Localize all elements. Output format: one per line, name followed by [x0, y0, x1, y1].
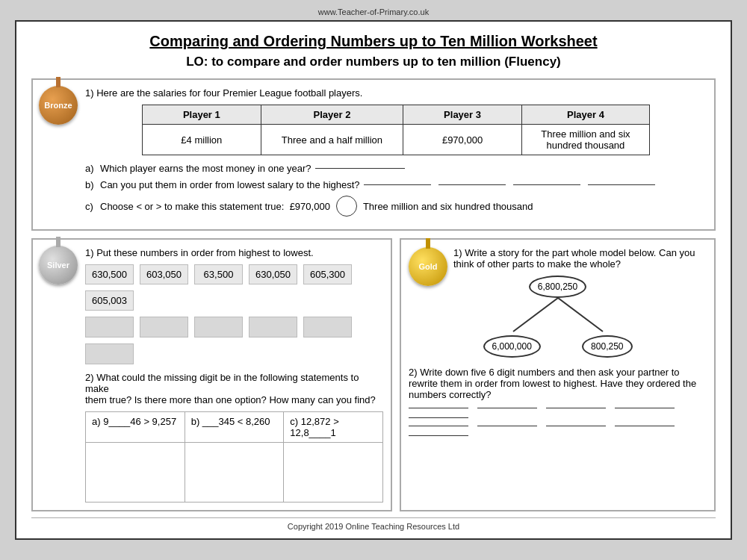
statements-table: a) 9____46 > 9,257 b) ___345 < 8,260 c) … [85, 411, 383, 503]
num-box-4: 605,300 [303, 264, 352, 284]
num-box-5: 605,003 [85, 290, 134, 311]
qa-text: Which player earns the most money in one… [100, 163, 311, 174]
num-box-1: 603,050 [140, 264, 188, 284]
stmt-c-header: c) 12,872 > 12,8____1 [284, 412, 383, 443]
pwm-total: 6,800,250 [529, 276, 586, 298]
number-boxes: 630,500 603,050 63,500 630,050 605,300 6… [85, 264, 383, 311]
pwm-right: 800,250 [582, 335, 632, 358]
num-box-0: 630,500 [85, 264, 134, 284]
gold-line-4[interactable] [615, 408, 675, 408]
pwm-left: 6,000,000 [483, 335, 541, 358]
gold-line-7[interactable] [477, 426, 537, 426]
qc-value: £970,000 [290, 201, 330, 212]
qb-text: Can you put them in order from lowest sa… [100, 179, 360, 190]
qb-answer3[interactable] [513, 184, 580, 185]
gold-line-5[interactable] [409, 417, 468, 418]
player2-value: Three and a half million [261, 125, 403, 155]
gold-line-10[interactable] [409, 435, 468, 436]
part-whole-model: 6,800,250 6,000,000 800,250 [409, 276, 707, 358]
bronze-medal: Bronze [39, 86, 78, 125]
comparison-circle[interactable] [336, 196, 357, 217]
main-title: Comparing and Ordering Numbers up to Ten… [31, 33, 716, 50]
pwm-top-node: 6,800,250 [529, 276, 586, 298]
stmt-b-header: b) ___345 < 8,260 [185, 412, 284, 443]
answer-box-5[interactable] [85, 343, 134, 364]
answer-boxes [85, 317, 383, 364]
silver-q1-text: 1) Put these numbers in order from highe… [85, 247, 383, 258]
question-a: a) Which player earns the most money in … [85, 163, 707, 174]
gold-q1-text: 1) Write a story for the part whole mode… [453, 247, 707, 270]
answer-box-3[interactable] [249, 317, 297, 337]
gold-line-8[interactable] [546, 426, 606, 426]
gold-q2-text: 2) Write down five 6 digit numbers and t… [409, 367, 707, 400]
qb-answer1[interactable] [364, 184, 431, 185]
player4-header: Player 4 [521, 105, 649, 125]
player3-value: £970,000 [403, 125, 522, 155]
silver-section: Silver 1) Put these numbers in order fro… [31, 238, 392, 511]
silver-medal: Silver [39, 246, 78, 284]
gold-line-2[interactable] [477, 408, 537, 408]
qa-answer[interactable] [315, 168, 405, 169]
worksheet: Comparing and Ordering Numbers up to Ten… [15, 20, 732, 540]
answer-box-0[interactable] [85, 317, 134, 337]
silver-q2-intro: 2) What could the missing digit be in th… [85, 372, 383, 405]
bronze-intro: 1) Here are the salaries for four Premie… [85, 87, 707, 99]
lo-title: LO: to compare and order numbers up to t… [31, 55, 716, 69]
footer: Copyright 2019 Online Teaching Resources… [31, 517, 716, 531]
question-c: c) Choose < or > to make this statement … [85, 196, 707, 217]
qb-answer2[interactable] [438, 184, 506, 185]
qc-text: Choose < or > to make this statement tru… [100, 201, 284, 212]
gold-answer-lines-2 [409, 426, 707, 436]
qc-label: c) [85, 201, 100, 212]
pwm-lines-svg [483, 298, 633, 335]
gold-section: Gold 1) Write a story for the part whole… [400, 238, 716, 511]
gold-line-3[interactable] [546, 408, 606, 408]
gold-line-9[interactable] [615, 426, 675, 426]
num-box-2: 63,500 [194, 264, 243, 284]
svg-line-0 [513, 298, 558, 332]
answer-box-4[interactable] [303, 317, 352, 337]
gold-line-6[interactable] [409, 426, 468, 426]
pwm-bottom-nodes: 6,000,000 800,250 [483, 335, 633, 358]
bronze-section: Bronze 1) Here are the salaries for four… [31, 78, 716, 231]
players-table: Player 1 Player 2 Player 3 Player 4 £4 m… [142, 105, 650, 155]
player1-header: Player 1 [143, 105, 261, 125]
gold-line-1[interactable] [409, 408, 468, 408]
question-b: b) Can you put them in order from lowest… [85, 179, 707, 190]
stmt-a-answer[interactable] [86, 443, 185, 503]
stmt-b-answer[interactable] [185, 443, 284, 503]
num-box-3: 630,050 [249, 264, 297, 284]
player3-header: Player 3 [403, 105, 522, 125]
qc-value2: Three million and six hundred thousand [363, 201, 533, 212]
svg-line-1 [558, 298, 603, 332]
player4-value: Three million and six hundred thousand [521, 125, 649, 155]
qa-label: a) [85, 163, 100, 174]
website-url: www.Teacher-of-Primary.co.uk [318, 7, 429, 16]
answer-box-2[interactable] [194, 317, 243, 337]
gold-answer-lines-1 [409, 408, 707, 418]
stmt-c-answer[interactable] [284, 443, 383, 503]
answer-box-1[interactable] [140, 317, 188, 337]
player2-header: Player 2 [261, 105, 403, 125]
qb-answer4[interactable] [588, 184, 655, 185]
player1-value: £4 million [143, 125, 261, 155]
qb-label: b) [85, 179, 100, 190]
stmt-a-header: a) 9____46 > 9,257 [86, 412, 185, 443]
bottom-row: Silver 1) Put these numbers in order fro… [31, 238, 716, 511]
